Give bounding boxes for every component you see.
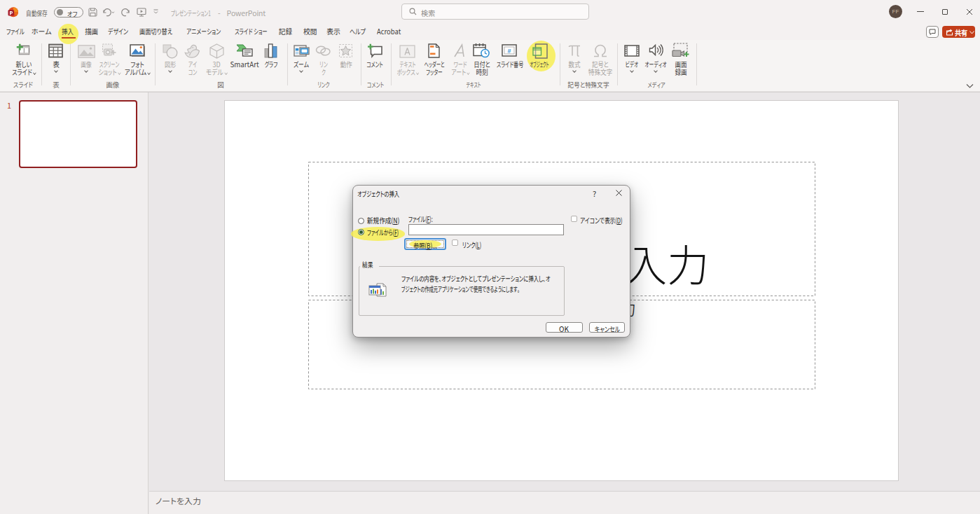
svg-text:#: # bbox=[507, 48, 511, 55]
